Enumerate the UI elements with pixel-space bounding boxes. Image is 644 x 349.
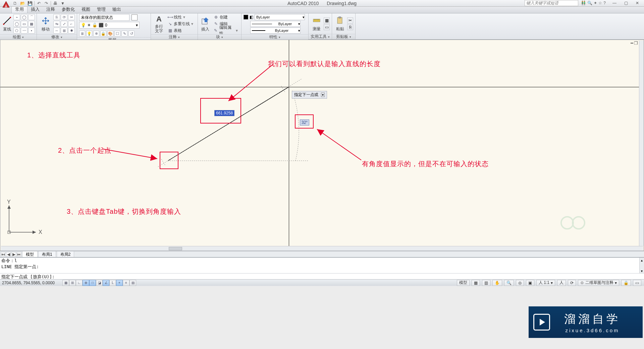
toggle-otrack-icon[interactable]: ∠ (103, 280, 109, 286)
panel-modify-title[interactable]: 修改 (37, 34, 77, 40)
tab-output[interactable]: 输出 (109, 6, 124, 13)
arc-icon[interactable]: ⌒ (28, 14, 35, 20)
modelspace-button[interactable]: 模型 (457, 280, 470, 286)
mleader-button[interactable]: ↘多重引线 ▾ (166, 21, 195, 27)
layer-iso-icon[interactable]: ☐ (114, 31, 120, 37)
dynamic-length-input[interactable]: 661.9258 (214, 110, 234, 116)
ellipse-icon[interactable]: ◯ (13, 21, 20, 27)
insert-block-button[interactable]: 插入 (200, 14, 211, 33)
layer-dropdown[interactable]: 💡☀🔓⬛ 0 ▾ (79, 22, 140, 29)
layer-lock-icon[interactable]: 🔒 (100, 31, 106, 37)
quickview-icon[interactable]: ▥ (482, 280, 490, 286)
layer-prev-icon[interactable]: ↺ (128, 31, 135, 37)
layer-state-input[interactable] (79, 14, 129, 21)
tab-next-icon[interactable]: ▶ (11, 252, 16, 257)
favorite-icon[interactable]: ☆ (598, 1, 602, 5)
point-icon[interactable]: • (28, 28, 35, 34)
search-input[interactable] (525, 0, 578, 6)
toggle-ducs-icon[interactable]: L (109, 280, 116, 286)
toggle-polar-icon[interactable]: ⊕ (83, 280, 89, 286)
fillet-icon[interactable]: ⌐ (68, 21, 75, 27)
undo-icon[interactable]: ↶ (36, 1, 42, 6)
linetype-dropdown[interactable]: ByLayer▾ (244, 21, 301, 27)
create-block-button[interactable]: ⊕创建 (212, 14, 239, 20)
panel-block-title[interactable]: 块 (198, 34, 241, 40)
vscrollbar[interactable] (639, 41, 644, 246)
tab-layout2[interactable]: 布局2 (57, 251, 74, 258)
tab-manage[interactable]: 管理 (94, 6, 109, 13)
cmd-scrollbar[interactable]: ▴▾ (639, 258, 644, 273)
layer-props-icon[interactable]: ≣ (79, 31, 85, 37)
stretch-icon[interactable]: ↔ (53, 28, 60, 34)
new-icon[interactable]: 🗋 (12, 1, 18, 6)
panel-draw-title[interactable]: 绘图 (0, 34, 37, 40)
help-icon[interactable]: ? (603, 1, 606, 5)
toggle-osnap-icon[interactable]: □ (89, 280, 96, 286)
workspace-button[interactable]: ⚙二维草图与注释▾ (578, 280, 619, 286)
panel-annot-title[interactable]: 注释 (151, 34, 198, 40)
app-logo[interactable] (1, 0, 11, 9)
tab-first-icon[interactable]: ⏮ (1, 252, 5, 257)
lock-ui-icon[interactable]: 🔒 (621, 280, 631, 286)
panel-clip-title[interactable]: 剪贴板 (332, 34, 355, 39)
command-window[interactable]: 命令：l LINE 指定第一点: ▴▾ (0, 257, 644, 273)
mirror-icon[interactable]: ⇋ (53, 21, 60, 27)
doc-minimize-icon[interactable]: ━ (631, 41, 633, 46)
copy-clip-icon[interactable]: ⎘ (347, 24, 353, 30)
annovis-icon[interactable]: 人 (557, 280, 566, 286)
infocenter-icon[interactable]: 👬 (581, 1, 586, 5)
doc-restore-icon[interactable]: ❐ (634, 41, 638, 46)
pline-icon[interactable]: ⌁ (13, 14, 20, 20)
toggle-lwt-icon[interactable]: ≡ (123, 280, 129, 286)
color-dropdown[interactable]: ◧ByLayer▾ (244, 14, 305, 20)
dim-linear-button[interactable]: ⟷线性 ▾ (166, 14, 195, 20)
tab-prev-icon[interactable]: ◀ (6, 252, 11, 257)
line-button[interactable]: 直线 (2, 14, 12, 33)
search-icon[interactable]: 🔍 (587, 1, 592, 5)
toggle-grid-icon[interactable]: ⊞ (69, 280, 76, 286)
panel-prop-title[interactable]: 特性 (241, 34, 308, 40)
cleanscreen-icon[interactable]: ▭ (633, 280, 641, 286)
command-input[interactable]: 指定下一点或 [放弃(U)]: (0, 273, 644, 279)
layer-0-swatch[interactable] (131, 14, 138, 20)
tab-annotate[interactable]: 注释 (43, 6, 58, 13)
tab-model[interactable]: 模型 (22, 251, 38, 258)
drawing-canvas[interactable]: ━ ❐ ⊠ 1、选择直线工具 2、点击一个起点 3、点击键盘Tab键，切换到角度… (0, 40, 644, 251)
open-icon[interactable]: 📂 (19, 1, 25, 6)
window-maximize-icon[interactable]: ▢ (621, 0, 631, 6)
panel-util-title[interactable]: 实用工具 (309, 34, 332, 39)
paste-button[interactable]: 粘贴 (334, 14, 346, 33)
tab-last-icon[interactable]: ⏭ (17, 252, 21, 257)
explode-icon[interactable]: ✸ (68, 28, 75, 34)
zoom-icon[interactable]: 🔍 (504, 280, 514, 286)
layer-color-icon[interactable]: 🎨 (107, 31, 113, 37)
copy-icon[interactable]: ⎘ (53, 14, 60, 20)
annoscale-button[interactable]: 人 1:1▾ (536, 280, 555, 286)
hscrollbar[interactable] (1, 246, 643, 251)
save-icon[interactable]: 💾 (27, 1, 33, 6)
layer-match-icon[interactable]: ✎ (121, 31, 127, 37)
edit-attr-button[interactable]: ✎编辑属性 ▾ (212, 28, 239, 34)
move-button[interactable]: 移动 (39, 14, 52, 33)
calc-icon[interactable]: ▦ (324, 17, 330, 23)
toggle-qp-icon[interactable]: ▤ (129, 280, 136, 286)
polygon-icon[interactable]: ⬠ (13, 28, 20, 34)
steering-icon[interactable]: ◎ (516, 280, 524, 286)
circle-icon[interactable]: ◯ (21, 14, 28, 20)
comm-icon[interactable]: ✦ (594, 1, 597, 5)
trim-icon[interactable]: ✂ (68, 14, 75, 20)
tab-view[interactable]: 视图 (78, 6, 94, 13)
mtext-button[interactable]: A 多行 文字 (153, 14, 165, 33)
array-icon[interactable]: ⊞ (61, 28, 67, 34)
redo-icon[interactable]: ↷ (43, 1, 49, 6)
scale-icon[interactable]: ⤢ (61, 21, 67, 27)
qat-dropdown-icon[interactable]: ▼ (60, 1, 66, 6)
measure-button[interactable]: 测量 (311, 14, 322, 33)
print-icon[interactable]: 🖶 (52, 1, 58, 6)
hatch-icon[interactable]: ▦ (28, 21, 35, 27)
select-icon[interactable]: ▭ (324, 24, 330, 30)
tab-layout1[interactable]: 布局1 (38, 251, 56, 258)
rect-icon[interactable]: ▭ (21, 21, 28, 27)
annoauto-icon[interactable]: ⟳ (568, 280, 576, 286)
showmotion-icon[interactable]: ▣ (526, 280, 534, 286)
